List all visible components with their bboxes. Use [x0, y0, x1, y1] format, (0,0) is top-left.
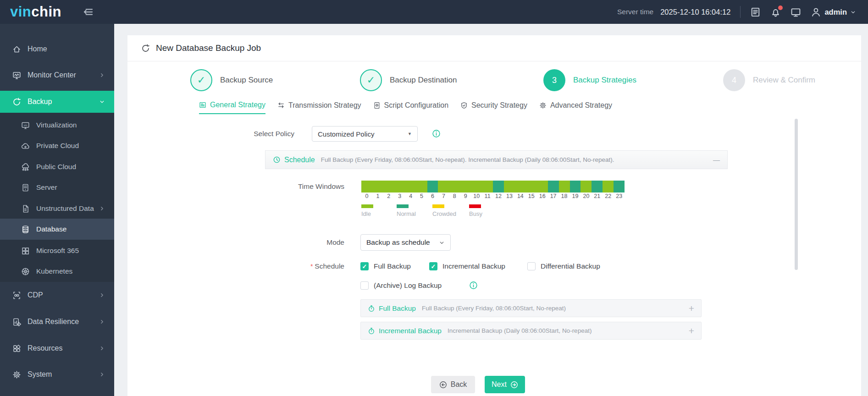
step-circle: 4	[723, 69, 745, 91]
legend-item-normal: Normal	[397, 204, 416, 217]
hour-label: 19	[570, 193, 581, 200]
step-circle: ✓	[360, 69, 382, 91]
data-resilience-icon	[12, 318, 21, 326]
checkbox--archive-log-backup[interactable]: (Archive) Log Backup	[360, 281, 442, 290]
legend-label: Crowded	[432, 210, 456, 217]
hour-label: 17	[548, 193, 559, 200]
wizard-step-3[interactable]: 3Backup Strategies	[543, 68, 636, 92]
sidebar-item-kubernetes[interactable]: Kubernetes	[0, 261, 114, 282]
time-segment-hour-17	[548, 181, 559, 192]
sidebar-item-home[interactable]: Home	[0, 38, 114, 60]
microsoft-365-icon	[21, 247, 30, 255]
hour-label: 7	[438, 193, 449, 200]
mode-label: Mode	[127, 234, 344, 251]
sidebar-item-backup[interactable]: Backup	[0, 91, 114, 113]
hour-label: 11	[482, 193, 493, 200]
sidebar-item-monitor-center[interactable]: Monitor Center	[0, 65, 114, 86]
time-windows-label: Time Windows	[127, 181, 344, 192]
step-label: Backup Source	[220, 76, 273, 85]
chevron-right-icon	[99, 206, 105, 212]
checkbox-box	[360, 281, 369, 290]
required-marker: *	[310, 263, 313, 270]
sidebar-item-label: Home	[28, 45, 47, 53]
policy-select-value: Customized Policy	[318, 130, 374, 138]
time-segment-hour-4	[405, 181, 416, 192]
checkbox-incremental-backup[interactable]: ✓Incremental Backup	[429, 262, 505, 270]
chevron-right-icon	[99, 346, 105, 352]
sidebar-item-cdp[interactable]: CDP	[0, 285, 114, 306]
add-schedule-button[interactable]: +	[689, 303, 694, 314]
step-label: Backup Destination	[390, 76, 457, 85]
tab-security-strategy[interactable]: Security Strategy	[460, 101, 527, 114]
time-segment-hour-5	[416, 181, 427, 192]
add-schedule-button[interactable]: +	[689, 325, 694, 336]
hour-label: 21	[592, 193, 603, 200]
time-segment-hour-15	[526, 181, 537, 192]
checkbox-differential-backup[interactable]: Differential Backup	[527, 262, 600, 270]
bell-icon[interactable]	[770, 7, 781, 17]
tab-script-configuration[interactable]: Script Configuration	[373, 101, 449, 114]
info-icon[interactable]	[432, 129, 441, 138]
sidebar-item-data-resilience[interactable]: Data Resilience	[0, 311, 114, 332]
log-list-icon[interactable]	[750, 7, 761, 17]
sidebar-item-system[interactable]: System	[0, 364, 114, 385]
backup-icon	[12, 98, 21, 106]
chevron-down-icon	[439, 240, 445, 246]
caret-down-icon: ▼	[408, 132, 412, 136]
checkbox-label: Differential Backup	[541, 262, 600, 270]
checkbox-full-backup[interactable]: ✓Full Backup	[360, 262, 411, 270]
hour-label: 2	[383, 193, 394, 200]
wizard-step-4[interactable]: 4Review & Confirm	[723, 68, 815, 92]
sidebar-item-microsoft-365[interactable]: Microsoft 365	[0, 240, 114, 261]
wizard-step-2[interactable]: ✓Backup Destination	[360, 68, 457, 92]
sidebar-item-private-cloud[interactable]: Private Cloud	[0, 135, 114, 156]
hour-label: 18	[559, 193, 570, 200]
sidebar-item-database[interactable]: Database	[0, 219, 114, 240]
kubernetes-icon	[21, 267, 30, 276]
strategy-title: Incremental Backup	[379, 327, 442, 335]
user-menu[interactable]: admin	[811, 7, 856, 17]
tab-transmission-strategy[interactable]: Transmission Strategy	[277, 101, 361, 114]
hour-label: 14	[515, 193, 526, 200]
sidebar-item-unstructured-data[interactable]: Unstructured Data	[0, 198, 114, 219]
time-windows-hours: 01234567891011121314151617181920212223	[361, 193, 625, 200]
sidebar-item-label: System	[28, 370, 52, 379]
sidebar-item-server[interactable]: Server	[0, 177, 114, 198]
wizard-step-1[interactable]: ✓Backup Source	[190, 68, 273, 92]
checkbox-box: ✓	[360, 262, 369, 270]
time-segment-hour-21	[592, 181, 603, 192]
sidebar-item-virtualization[interactable]: vmVirtualization	[0, 115, 114, 136]
resources-icon	[12, 344, 21, 353]
legend-label: Busy	[469, 210, 482, 217]
scrollbar-thumb[interactable]	[795, 119, 798, 270]
info-icon[interactable]	[469, 281, 478, 290]
sidebar-item-label: Unstructured Data	[36, 204, 94, 213]
step-label: Backup Strategies	[573, 76, 636, 85]
stopwatch-icon	[368, 327, 375, 335]
refresh-icon[interactable]	[141, 44, 150, 53]
time-segment-hour-16	[537, 181, 548, 192]
private-cloud-icon	[21, 142, 30, 150]
circle-arrow-right-icon	[510, 381, 518, 389]
sidebar-item-resources[interactable]: Resources	[0, 338, 114, 359]
menu-collapse-icon[interactable]	[83, 6, 94, 17]
hour-label: 6	[427, 193, 438, 200]
chevron-right-icon	[99, 72, 105, 78]
tab-advanced-strategy[interactable]: Advanced Strategy	[539, 101, 612, 114]
sidebar-item-label: Database	[36, 225, 66, 233]
step-circle: ✓	[190, 69, 212, 91]
chevron-right-icon	[99, 292, 105, 298]
sidebar-item-public-cloud[interactable]: Public Cloud	[0, 156, 114, 177]
tab-general-strategy[interactable]: General Strategy	[199, 101, 265, 114]
time-segment-hour-0	[361, 181, 372, 192]
next-button[interactable]: Next	[485, 376, 525, 393]
mode-select[interactable]: Backup as schedule	[360, 234, 451, 251]
schedule-section-title: Schedule	[284, 156, 315, 164]
collapse-section-control[interactable]: —	[713, 156, 720, 164]
schedule-section-header: Schedule Full Backup (Every Friday, 08:0…	[265, 150, 728, 169]
policy-select[interactable]: Customized Policy ▼	[312, 126, 418, 142]
console-icon[interactable]	[791, 7, 801, 17]
content-card: New Database Backup Job ✓Backup Source✓B…	[127, 35, 861, 396]
tab-label: Security Strategy	[471, 101, 527, 110]
back-button[interactable]: Back	[431, 376, 475, 393]
